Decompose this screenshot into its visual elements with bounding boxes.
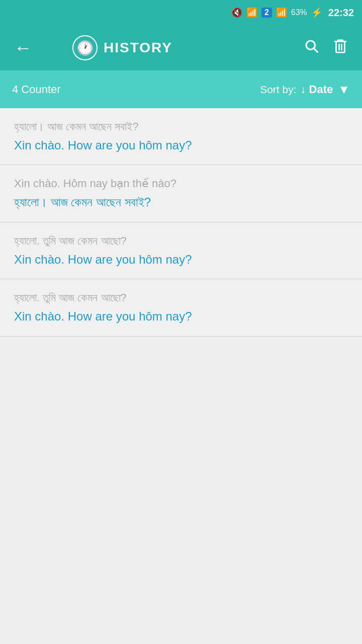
counter-label: 4 Counter <box>12 83 260 96</box>
notification-badge: 2 <box>261 8 272 18</box>
sort-dropdown-icon[interactable]: ▼ <box>338 83 350 97</box>
translation-text: Xin chào. How are you hôm nay? <box>14 137 348 154</box>
sort-by-label: Sort by: <box>260 84 296 96</box>
translation-text: হ্যালো। আজ কেমন আছেন সবাই? <box>14 194 348 211</box>
list-item[interactable]: হ্যালো. তুমি আজ কেমন আছো?Xin chào. How a… <box>0 222 362 279</box>
search-button[interactable] <box>300 36 323 59</box>
wifi-icon: 📶 <box>246 7 257 18</box>
battery-icon: ⚡ <box>311 7 322 18</box>
clock-icon: 🕐 <box>76 40 94 56</box>
list-item[interactable]: হ্যালো. তুমি আজ কেমন আছো?Xin chào. How a… <box>0 279 362 336</box>
source-text: Xin chào. Hôm nay bạn thế nào? <box>14 176 348 192</box>
translation-text: Xin chào. How are you hôm nay? <box>14 308 348 325</box>
source-text: হ্যালো। আজ কেমন আছেন সবাই? <box>14 119 348 135</box>
empty-area <box>0 337 362 538</box>
back-button[interactable]: ← <box>10 37 36 59</box>
translation-text: Xin chào. How are you hôm nay? <box>14 251 348 268</box>
filter-bar: 4 Counter Sort by: ↓ Date ▼ <box>0 70 362 108</box>
page-title: HISTORY <box>104 40 294 56</box>
signal-icon: 📶 <box>276 7 287 18</box>
svg-line-1 <box>314 49 318 52</box>
list-item[interactable]: Xin chào. Hôm nay bạn thế nào?হ্যালো। আজ… <box>0 165 362 222</box>
sort-direction-icon: ↓ <box>301 83 306 96</box>
list-item[interactable]: হ্যালো। আজ কেমন আছেন সবাই?Xin chào. How … <box>0 108 362 165</box>
top-bar: ← 🕐 HISTORY <box>0 25 362 70</box>
mute-icon: 🔇 <box>231 7 242 18</box>
svg-rect-2 <box>336 41 345 52</box>
delete-button[interactable] <box>329 36 352 60</box>
status-time: 22:32 <box>328 7 354 19</box>
history-list: হ্যালো। আজ কেমন আছেন সবাই?Xin chào. How … <box>0 108 362 337</box>
status-bar: 🔇 📶 2 📶 63% ⚡ 22:32 <box>0 0 362 25</box>
battery-level: 63% <box>291 8 307 17</box>
sort-value: Date <box>309 83 333 96</box>
source-text: হ্যালো. তুমি আজ কেমন আছো? <box>14 290 348 306</box>
history-icon-container: 🕐 <box>72 35 98 60</box>
source-text: হ্যালো. তুমি আজ কেমন আছো? <box>14 233 348 249</box>
